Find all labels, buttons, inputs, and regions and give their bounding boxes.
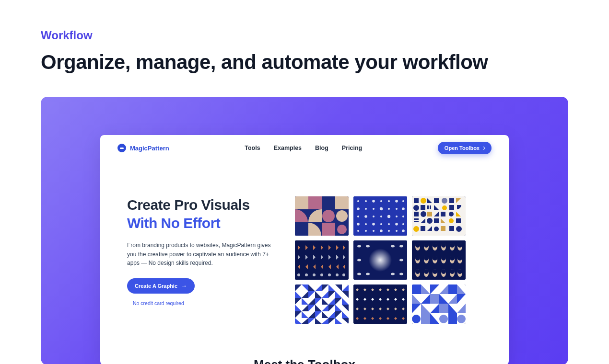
- svg-point-105: [415, 243, 420, 248]
- svg-point-28: [372, 223, 375, 226]
- svg-rect-41: [414, 198, 419, 203]
- brand[interactable]: MagicPattern: [117, 144, 169, 152]
- svg-point-14: [373, 208, 375, 210]
- svg-rect-47: [427, 205, 429, 209]
- logo-icon: [117, 144, 126, 152]
- svg-point-110: [457, 243, 462, 248]
- pattern-tile-4: [295, 240, 349, 280]
- svg-point-118: [424, 269, 429, 274]
- svg-point-68: [305, 273, 308, 276]
- svg-point-11: [402, 200, 404, 202]
- svg-point-25: [402, 216, 404, 217]
- svg-point-1: [322, 210, 335, 222]
- open-toolbox-label: Open Toolbox: [445, 145, 480, 151]
- hero-title-line-2: With No Effort: [127, 214, 271, 232]
- svg-point-8: [380, 200, 382, 202]
- svg-point-111: [415, 256, 420, 261]
- svg-point-67: [297, 273, 300, 276]
- svg-rect-62: [421, 226, 425, 231]
- svg-point-108: [441, 243, 446, 248]
- below-hero-title: Meet the Toolbox: [100, 357, 509, 364]
- svg-point-31: [395, 223, 398, 226]
- below-hero-section: Meet the Toolbox: [100, 357, 509, 364]
- svg-point-49: [442, 205, 447, 210]
- svg-point-82: [391, 273, 395, 275]
- hero-section: Create Pro Visuals With No Effort From b…: [100, 161, 509, 324]
- nav-link-blog[interactable]: Blog: [315, 145, 328, 151]
- svg-point-107: [433, 243, 437, 248]
- brand-name: MagicPattern: [130, 145, 169, 152]
- nav-links: Tools Examples Blog Pricing: [245, 145, 362, 151]
- svg-point-128: [457, 315, 466, 323]
- nav-link-pricing[interactable]: Pricing: [342, 145, 362, 151]
- svg-point-113: [433, 256, 437, 261]
- svg-point-7: [372, 200, 375, 203]
- svg-point-76: [357, 245, 361, 248]
- svg-point-18: [402, 207, 405, 210]
- svg-point-32: [402, 223, 404, 225]
- svg-point-30: [388, 223, 390, 225]
- svg-point-79: [399, 245, 403, 248]
- svg-point-127: [439, 315, 448, 323]
- svg-point-36: [380, 229, 383, 232]
- svg-point-73: [342, 273, 345, 276]
- hero-copy: Create Pro Visuals With No Effort From b…: [127, 196, 271, 324]
- svg-point-120: [441, 269, 446, 274]
- svg-point-29: [380, 223, 382, 225]
- pattern-tile-6: [412, 240, 466, 280]
- svg-point-115: [450, 256, 455, 261]
- svg-point-69: [313, 273, 316, 276]
- svg-rect-55: [414, 218, 419, 220]
- svg-point-33: [357, 230, 359, 232]
- no-credit-card-text: No credit card required: [133, 300, 271, 306]
- svg-point-121: [450, 269, 455, 274]
- svg-rect-48: [430, 205, 431, 209]
- nav-link-tools[interactable]: Tools: [245, 145, 260, 151]
- svg-point-13: [365, 208, 367, 210]
- svg-point-109: [450, 243, 455, 248]
- svg-point-114: [441, 256, 446, 261]
- hero-description: From branding products to websites, Magi…: [127, 241, 271, 268]
- arrow-right-icon: →: [181, 283, 187, 289]
- svg-point-19: [357, 216, 359, 217]
- create-graphic-label: Create A Graphic: [135, 283, 177, 289]
- svg-point-59: [449, 218, 454, 223]
- svg-point-3: [337, 225, 347, 234]
- svg-point-54: [449, 212, 454, 216]
- pattern-tile-8: [353, 284, 407, 324]
- svg-point-37: [388, 230, 390, 232]
- svg-point-45: [413, 205, 419, 211]
- svg-point-116: [457, 256, 462, 261]
- svg-point-21: [373, 216, 375, 217]
- svg-point-9: [388, 200, 390, 202]
- pattern-tile-5: [353, 240, 407, 280]
- svg-point-17: [396, 208, 398, 210]
- svg-rect-60: [456, 218, 461, 223]
- svg-point-10: [395, 200, 398, 203]
- svg-point-77: [366, 245, 370, 248]
- svg-rect-52: [427, 212, 432, 216]
- svg-point-24: [396, 216, 398, 217]
- svg-point-71: [328, 273, 331, 276]
- svg-point-83: [399, 273, 403, 275]
- svg-point-12: [357, 207, 360, 210]
- svg-rect-4: [353, 196, 407, 236]
- nav-link-examples[interactable]: Examples: [274, 145, 302, 151]
- section-heading: Organize, manage, and automate your work…: [41, 51, 568, 74]
- showcase-frame: MagicPattern Tools Examples Blog Pricing…: [41, 97, 568, 364]
- svg-point-119: [433, 269, 437, 274]
- svg-point-63: [434, 227, 439, 231]
- embedded-site: MagicPattern Tools Examples Blog Pricing…: [100, 135, 509, 364]
- pattern-tile-3: [412, 196, 466, 236]
- svg-point-15: [380, 207, 383, 210]
- svg-point-51: [421, 211, 426, 217]
- svg-point-34: [365, 230, 367, 232]
- create-graphic-button[interactable]: Create A Graphic →: [127, 278, 195, 294]
- open-toolbox-button[interactable]: Open Toolbox: [438, 142, 492, 154]
- svg-point-38: [396, 230, 398, 232]
- svg-point-65: [456, 226, 462, 232]
- pattern-grid: [295, 196, 509, 324]
- hero-title-line-1: Create Pro Visuals: [127, 196, 271, 214]
- svg-point-23: [387, 215, 390, 218]
- svg-point-84: [357, 259, 361, 262]
